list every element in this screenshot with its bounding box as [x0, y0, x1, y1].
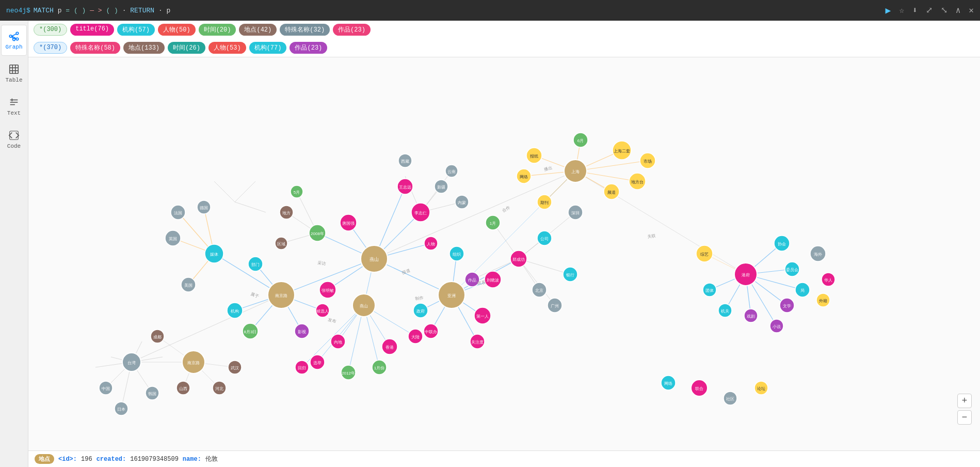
- close-button[interactable]: ✕: [969, 5, 974, 15]
- svg-text:媒体: 媒体: [210, 252, 218, 257]
- sidebar-code-label: Code: [7, 143, 21, 149]
- svg-text:报道: 报道: [401, 268, 411, 275]
- svg-text:合作: 合作: [502, 205, 511, 213]
- svg-text:唐国强: 唐国强: [342, 221, 355, 226]
- zoom-out-button[interactable]: −: [957, 410, 972, 425]
- svg-text:亚洲: 亚洲: [447, 293, 456, 298]
- tag-star-300[interactable]: *(300): [34, 24, 67, 36]
- svg-text:候选人: 候选人: [316, 309, 329, 314]
- svg-text:政府: 政府: [416, 309, 425, 314]
- svg-text:中国: 中国: [102, 386, 110, 391]
- run-button[interactable]: ▶: [886, 5, 891, 16]
- svg-text:北京: 北京: [535, 288, 543, 293]
- svg-point-0: [9, 35, 12, 38]
- svg-text:河北: 河北: [215, 386, 223, 391]
- svg-text:深圳: 深圳: [571, 211, 580, 215]
- svg-text:5月: 5月: [294, 190, 300, 195]
- pin-button[interactable]: ⤢: [926, 5, 933, 15]
- svg-rect-7: [10, 65, 19, 74]
- svg-text:张明敏: 张明敏: [322, 288, 334, 293]
- svg-text:成都: 成都: [153, 335, 162, 339]
- svg-text:李志仁: 李志仁: [414, 211, 427, 215]
- sidebar-item-text[interactable]: Text: [1, 91, 27, 122]
- svg-text:6月: 6月: [577, 138, 584, 143]
- sidebar-item-table[interactable]: Table: [1, 58, 27, 89]
- svg-text:协会: 协会: [778, 242, 786, 246]
- graph-canvas[interactable]: 燕山 南京路 亚洲 燕山 南京路 上海: [28, 57, 980, 450]
- svg-line-64: [519, 259, 555, 305]
- sidebar-table-label: Table: [5, 77, 22, 83]
- created-value: 1619079348509: [130, 456, 179, 463]
- tag-jigou[interactable]: 机构(57): [117, 24, 155, 36]
- expand-button[interactable]: ∧: [956, 5, 961, 15]
- download-button[interactable]: ⬇: [912, 5, 918, 15]
- svg-text:外籍: 外籍: [819, 299, 827, 303]
- svg-text:美国: 美国: [184, 283, 192, 288]
- svg-text:8月3日: 8月3日: [244, 330, 257, 334]
- graph-nodes: 燕山 南京路 亚洲 燕山 南京路 上海: [99, 133, 835, 415]
- svg-text:发布: 发布: [327, 317, 336, 324]
- svg-text:1月: 1月: [490, 221, 496, 226]
- tag-teshu1[interactable]: 特殊名称(32): [280, 24, 330, 36]
- tag-star-370[interactable]: *(370): [34, 42, 67, 54]
- tag-didian1[interactable]: 地点(42): [239, 24, 277, 36]
- node-type-badge: 地点: [35, 454, 54, 464]
- svg-text:播出: 播出: [543, 165, 553, 172]
- tag-jigou2[interactable]: 机构(77): [249, 42, 287, 54]
- svg-text:西藏: 西藏: [401, 159, 409, 164]
- tag-shijian2[interactable]: 时间(26): [168, 42, 205, 54]
- tag-zuopin2[interactable]: 作品(23): [290, 42, 327, 54]
- content-area: *(300) title(76) 机构(57) 人物(50) 时间(20) 地点…: [28, 21, 980, 467]
- svg-text:地方台: 地方台: [631, 180, 644, 184]
- svg-text:区域: 区域: [277, 242, 285, 246]
- svg-text:上海二套: 上海二套: [614, 149, 630, 153]
- svg-text:组织: 组织: [453, 252, 461, 257]
- svg-text:2012年: 2012年: [342, 371, 355, 376]
- svg-text:期刊: 期刊: [540, 200, 549, 205]
- svg-text:市场: 市场: [644, 159, 652, 164]
- svg-text:制作: 制作: [415, 295, 424, 301]
- svg-text:委员会: 委员会: [786, 268, 798, 272]
- svg-text:网络: 网络: [520, 175, 528, 179]
- tag-didian2[interactable]: 地点(133): [123, 42, 165, 54]
- svg-text:地方: 地方: [282, 211, 291, 215]
- svg-text:论坛: 论坛: [757, 386, 765, 391]
- sidebar-item-graph[interactable]: Graph: [1, 25, 27, 56]
- tag-title[interactable]: title(76): [70, 24, 114, 36]
- svg-text:武汉: 武汉: [231, 366, 239, 370]
- svg-text:网络: 网络: [664, 381, 672, 386]
- svg-text:云南: 云南: [447, 169, 456, 174]
- svg-text:上海: 上海: [571, 169, 580, 174]
- svg-text:韩国: 韩国: [148, 392, 156, 396]
- svg-text:人物: 人物: [427, 242, 435, 246]
- topbar-actions: ▶ ☆ ⬇ ⤢ ⤡ ∧ ✕: [886, 5, 974, 16]
- collapse-button[interactable]: ⤡: [941, 5, 947, 15]
- svg-text:联系: 联系: [477, 281, 486, 286]
- svg-text:关注度: 关注度: [471, 340, 484, 345]
- tag-renwu1[interactable]: 人物(50): [158, 24, 196, 36]
- svg-text:关联: 关联: [647, 233, 656, 239]
- id-value: 196: [81, 456, 92, 463]
- svg-text:燕山: 燕山: [360, 304, 368, 308]
- svg-text:香港: 香港: [385, 345, 394, 350]
- svg-text:作品: 作品: [468, 278, 476, 283]
- svg-text:郑成功: 郑成功: [512, 257, 525, 262]
- svg-text:海外: 海外: [814, 252, 822, 257]
- svg-text:山西: 山西: [179, 386, 187, 391]
- svg-point-2: [16, 38, 19, 40]
- tag-zuopin1[interactable]: 作品(23): [333, 24, 371, 36]
- svg-text:英国: 英国: [169, 237, 177, 241]
- star-button[interactable]: ☆: [899, 5, 904, 15]
- tag-teshu2[interactable]: 特殊名称(58): [70, 42, 120, 54]
- tag-shijian1[interactable]: 时间(20): [199, 24, 236, 36]
- svg-text:华人: 华人: [824, 278, 832, 283]
- sidebar-item-code[interactable]: Code: [1, 124, 27, 155]
- svg-text:法国: 法国: [174, 211, 182, 215]
- main-layout: Graph Table Text: [0, 21, 980, 467]
- tag-renwu2[interactable]: 人物(53): [208, 42, 246, 54]
- svg-text:日本: 日本: [117, 407, 125, 412]
- svg-point-1: [16, 32, 19, 35]
- zoom-in-button[interactable]: +: [957, 394, 972, 408]
- query-text: MATCH p = ( ) — > ( ) · RETURN · p: [34, 7, 170, 14]
- svg-text:联合: 联合: [695, 386, 703, 391]
